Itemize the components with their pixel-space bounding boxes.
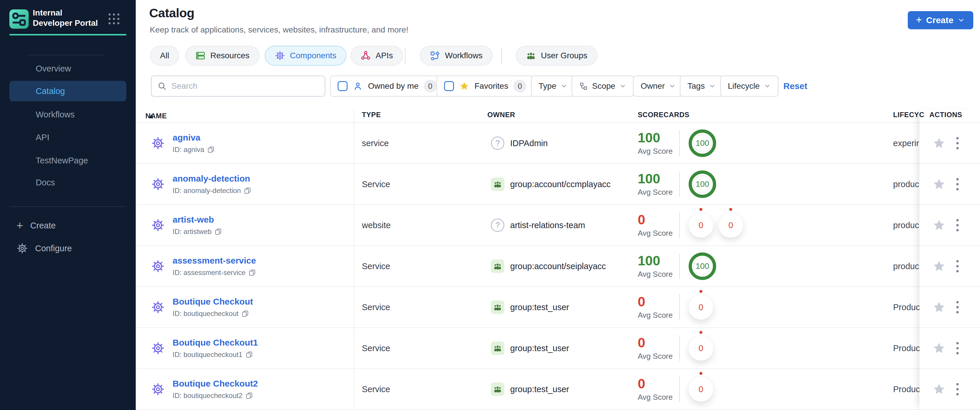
scorecards-cell: 0 Avg Score 0 — [638, 328, 713, 369]
user-groups-icon — [526, 50, 536, 61]
owner-dropdown[interactable]: Owner — [633, 75, 683, 97]
row-actions — [920, 123, 980, 163]
favorite-star-button[interactable] — [932, 341, 946, 355]
tab-workflows[interactable]: Workflows — [420, 46, 493, 65]
entity-id: ID: boutiquecheckout1 — [173, 351, 242, 359]
entity-type: website — [362, 205, 391, 246]
kebab-menu-button[interactable] — [955, 340, 960, 356]
owned-by-me-filter[interactable]: Owned by me 0 — [330, 75, 444, 97]
group-owner-icon — [491, 260, 504, 273]
page-title: Catalog — [149, 6, 194, 20]
unknown-owner-icon: ? — [491, 136, 504, 150]
score-divider — [679, 171, 680, 197]
entity-name-link[interactable]: Boutique Checkout2 — [173, 379, 258, 388]
chevron-down-icon — [764, 83, 771, 89]
favorite-star-button[interactable] — [932, 177, 946, 191]
search-input[interactable] — [172, 81, 319, 91]
brand-underline — [10, 34, 126, 35]
lifecycle-dropdown[interactable]: Lifecycle — [720, 75, 778, 97]
entity-name-cell: artist-web ID: artistweb — [173, 215, 222, 236]
sidebar-configure-button[interactable]: Configure — [10, 240, 126, 257]
tags-dropdown[interactable]: Tags — [680, 75, 724, 97]
tab-user-groups[interactable]: User Groups — [516, 46, 597, 65]
entity-name-link[interactable]: anomaly-detection — [173, 174, 250, 183]
score-divider — [679, 294, 680, 320]
scorecard-ring[interactable]: 0 — [689, 213, 713, 238]
scope-dropdown[interactable]: Scope — [572, 75, 634, 97]
row-actions — [920, 164, 980, 204]
component-gear-icon — [151, 341, 165, 355]
scorecards-cell: 100 Avg Score 100 — [638, 123, 716, 163]
copy-icon[interactable] — [215, 228, 222, 236]
owner-label: group:test_user — [510, 303, 569, 312]
sidebar-create-button[interactable]: + Create — [10, 217, 126, 234]
owner-label: artist-relations-team — [510, 220, 585, 230]
favorites-checkbox[interactable] — [444, 81, 454, 91]
scorecard-ring[interactable]: 0 — [689, 295, 713, 319]
sidebar-item-overview[interactable]: Overview — [10, 60, 126, 77]
copy-icon[interactable] — [245, 351, 253, 359]
app-logo-icon — [10, 10, 29, 29]
scorecard-ring[interactable]: 100 — [689, 129, 716, 157]
copy-icon[interactable] — [248, 269, 256, 276]
favorite-star-icon — [459, 81, 469, 91]
tab-all[interactable]: All — [150, 46, 179, 65]
owned-by-me-checkbox[interactable] — [337, 81, 348, 91]
sidebar-item-api[interactable]: API — [10, 129, 126, 145]
workflows-icon — [430, 50, 440, 61]
tab-divider — [405, 48, 406, 64]
entity-type: Service — [362, 164, 390, 204]
favorite-star-button[interactable] — [932, 300, 946, 314]
kebab-menu-button[interactable] — [955, 258, 960, 274]
kebab-menu-button[interactable] — [955, 217, 960, 233]
copy-icon[interactable] — [245, 392, 253, 399]
table-row: assessment-service ID: assessment-servic… — [136, 246, 980, 287]
type-dropdown[interactable]: Type — [531, 75, 575, 97]
copy-icon[interactable] — [244, 187, 251, 195]
scorecard-ring[interactable]: 0 — [719, 213, 743, 238]
kebab-menu-button[interactable] — [955, 176, 960, 192]
reset-filters-link[interactable]: Reset — [783, 75, 807, 97]
group-owner-icon — [491, 177, 504, 191]
copy-icon[interactable] — [207, 146, 215, 153]
entity-name-link[interactable]: Boutique Checkout1 — [173, 338, 258, 347]
component-gear-icon — [151, 136, 165, 150]
favorites-filter[interactable]: Favorites 0 — [436, 75, 534, 97]
entity-name-link[interactable]: Boutique Checkout — [173, 297, 253, 306]
scorecard-ring[interactable]: 0 — [689, 336, 713, 361]
plus-icon: + — [916, 14, 922, 26]
entity-name-link[interactable]: agniva — [173, 132, 200, 142]
owned-by-me-count: 0 — [424, 80, 437, 93]
scorecard-ring[interactable]: 0 — [689, 377, 713, 402]
sidebar-item-catalog[interactable]: Catalog — [10, 81, 126, 101]
component-gear-icon — [151, 218, 165, 232]
scorecard-ring[interactable]: 100 — [689, 252, 716, 280]
entity-name-link[interactable]: artist-web — [173, 215, 214, 224]
avg-score-label: Avg Score — [638, 352, 679, 361]
entity-name-link[interactable]: assessment-service — [173, 256, 256, 265]
entity-id: ID: artistweb — [173, 228, 212, 236]
tab-resources[interactable]: Resources — [185, 46, 259, 65]
kebab-menu-button[interactable] — [955, 299, 960, 315]
sidebar-item-docs[interactable]: Docs — [10, 174, 126, 191]
kebab-menu-button[interactable] — [955, 381, 960, 397]
favorite-star-button[interactable] — [932, 260, 946, 273]
copy-icon[interactable] — [241, 310, 249, 317]
sidebar-item-workflows[interactable]: Workflows — [10, 106, 126, 123]
kebab-menu-button[interactable] — [955, 135, 960, 151]
tab-components[interactable]: Components — [265, 46, 346, 65]
scorecard-rings: 100 — [689, 171, 716, 198]
scorecard-ring[interactable]: 100 — [689, 171, 716, 198]
table-header: NAME▲ TYPE OWNER SCORECARDS LIFECYC ACTI… — [136, 110, 980, 123]
owner-cell: ? IDPAdmin — [491, 123, 547, 163]
group-owner-icon — [491, 383, 504, 396]
favorite-star-button[interactable] — [932, 136, 946, 150]
create-button[interactable]: + Create — [908, 11, 973, 29]
filter-bar: Owned by me 0 Favorites 0 Type Scope Own… — [136, 75, 980, 97]
owner-cell: ? group:test_user — [491, 369, 569, 409]
app-grid-icon[interactable] — [108, 13, 119, 24]
favorite-star-button[interactable] — [932, 383, 946, 396]
sidebar-item-testnewpage[interactable]: TestNewPage — [10, 152, 126, 169]
tab-apis[interactable]: APIs — [350, 46, 403, 65]
favorite-star-button[interactable] — [932, 219, 946, 232]
